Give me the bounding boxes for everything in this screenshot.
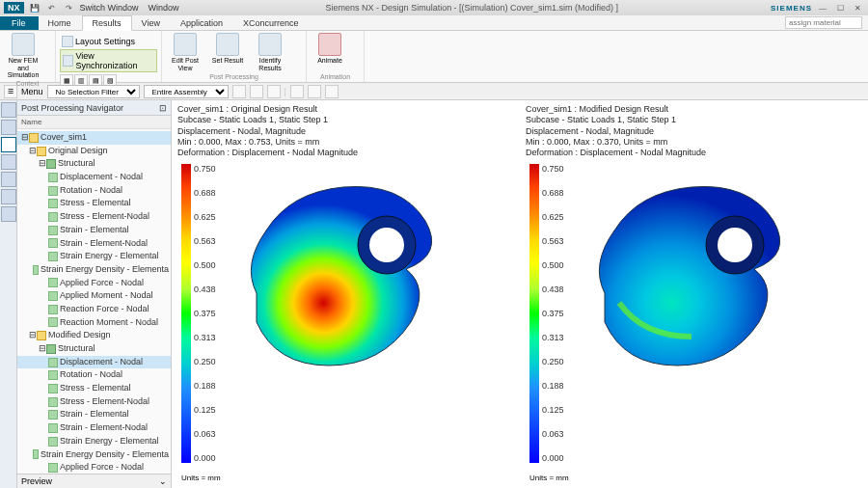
tree-result-item[interactable]: Strain Energy Density - Elementa (17, 263, 171, 277)
legend-tick: 0.625 (194, 212, 216, 222)
resource-sim-icon[interactable] (1, 120, 16, 135)
ribbon-identify-results[interactable]: Identify Results (251, 33, 289, 71)
tab-view[interactable]: View (132, 16, 171, 30)
resource-roles-icon[interactable] (1, 172, 16, 187)
resource-post-icon[interactable] (1, 137, 16, 152)
chevron-down-icon[interactable]: ⌄ (159, 476, 167, 486)
legend-bar-icon (529, 164, 539, 463)
legend-tick: 0.375 (542, 309, 564, 318)
tab-results[interactable]: Results (82, 15, 132, 31)
options-menu-label[interactable]: Menu (21, 87, 43, 96)
ribbon-new-fem[interactable]: New FEM and Simulation (4, 33, 42, 79)
layout-settings-icon (62, 36, 73, 47)
ribbon-view-sync[interactable]: View Synchronization (60, 49, 157, 72)
post-processing-navigator: Post Processing Navigator⊡ Name ⊟ Cover_… (17, 100, 172, 488)
tree-result-item[interactable]: Stress - Elemental (17, 197, 171, 210)
ribbon-edit-post-view[interactable]: Edit Post View (166, 33, 204, 71)
ribbon: New FEM and Simulation Context Layout Se… (0, 31, 868, 83)
opt-btn-5[interactable] (308, 85, 321, 98)
menu-icon[interactable]: ☰ (4, 85, 17, 98)
opt-btn-1[interactable] (232, 85, 246, 98)
tree-structural[interactable]: ⊟ Structural (17, 157, 171, 171)
ribbon-group-postprocessing: Post Processing (166, 73, 302, 80)
opt-btn-6[interactable] (325, 85, 339, 98)
new-fem-icon (12, 33, 35, 56)
tree-result-item[interactable]: Stress - Element-Nodal (17, 395, 171, 409)
minimize-button[interactable]: — (816, 2, 829, 14)
ribbon-group-animation: Animation (311, 73, 360, 80)
resource-hd3d-icon[interactable] (1, 189, 16, 204)
tree-result-item[interactable]: Strain - Elemental (17, 224, 171, 237)
tree-result-item[interactable]: Strain - Element-Nodal (17, 421, 171, 435)
tree-result-item[interactable]: Reaction Force - Nodal (17, 303, 171, 316)
result-icon (48, 238, 58, 248)
tree-result-item[interactable]: Strain Energy - Elemental (17, 250, 171, 263)
legend-tick: 0.188 (194, 381, 216, 391)
tab-home[interactable]: Home (39, 16, 82, 30)
tree-result-item[interactable]: Strain - Element-Nodal (17, 237, 171, 251)
tree-result-item[interactable]: Applied Force - Nodal (17, 461, 171, 474)
tree-structural[interactable]: ⊟ Structural (17, 342, 171, 356)
assembly-scope-dropdown[interactable]: Entire Assembly (144, 85, 229, 98)
result-icon (48, 226, 58, 235)
result-pane-modified[interactable]: Cover_sim1 : Modified Design Result Subc… (520, 100, 868, 488)
navigator-pin-icon[interactable]: ⊡ (159, 103, 167, 113)
tree-result-item[interactable]: Rotation - Nodal (17, 368, 171, 382)
tab-xconcurrence[interactable]: XConcurrence (233, 16, 310, 30)
qat-undo-icon[interactable]: ↶ (45, 2, 59, 14)
tree-root[interactable]: ⊟ Cover_sim1 (17, 131, 171, 145)
result-icon (48, 252, 58, 261)
tab-file[interactable]: File (0, 16, 39, 30)
opt-btn-2[interactable] (250, 85, 263, 98)
resource-nav-icon[interactable] (1, 102, 16, 118)
resource-bar (0, 100, 17, 488)
app-title: Siemens NX - Design Simulation (326, 3, 452, 13)
maximize-button[interactable]: ☐ (833, 2, 847, 14)
selection-filter-dropdown[interactable]: No Selection Filter (47, 85, 140, 98)
part-original[interactable] (237, 177, 449, 380)
tree-result-item[interactable]: Reaction Moment - Nodal (17, 316, 171, 330)
navigator-column-name[interactable]: Name (17, 116, 171, 129)
search-input[interactable] (785, 16, 862, 29)
siemens-logo: SIEMENS (771, 4, 812, 13)
tree-result-item[interactable]: Strain Energy Density - Elementa (17, 448, 171, 462)
window-menu[interactable]: Window (149, 3, 179, 13)
tree-result-item[interactable]: Rotation - Nodal (17, 184, 171, 198)
ribbon-set-result[interactable]: Set Result (208, 33, 247, 65)
color-legend-right: 0.7500.6880.6250.5630.5000.4380.3750.313… (529, 164, 572, 463)
qat-save-icon[interactable]: 💾 (28, 2, 41, 14)
close-button[interactable]: ✕ (851, 2, 864, 14)
resource-history-icon[interactable] (1, 154, 16, 170)
legend-tick: 0.563 (542, 236, 564, 246)
switch-window-menu[interactable]: Switch Window (80, 3, 139, 13)
legend-tick: 0.688 (194, 188, 216, 198)
resource-browser-icon[interactable] (1, 206, 16, 222)
tree-original-design[interactable]: ⊟ Original Design (17, 145, 171, 158)
result-pane-original[interactable]: Cover_sim1 : Original Design Result Subc… (172, 100, 520, 488)
tree-result-item[interactable]: Strain Energy - Elemental (17, 435, 171, 448)
part-modified[interactable] (585, 177, 798, 380)
navigator-tree[interactable]: ⊟ Cover_sim1 ⊟ Original Design ⊟ Structu… (17, 129, 171, 474)
navigator-preview-label[interactable]: Preview (21, 476, 52, 486)
legend-tick: 0.750 (194, 164, 216, 174)
tree-result-item[interactable]: Stress - Element-Nodal (17, 210, 171, 224)
opt-btn-4[interactable] (290, 85, 304, 98)
tree-result-item[interactable]: Displacement - Nodal (17, 171, 171, 184)
legend-tick: 0.750 (542, 164, 564, 174)
ribbon-animate[interactable]: Animate (311, 33, 349, 65)
tree-result-item[interactable]: Displacement - Nodal (17, 356, 171, 369)
ribbon-layout-settings[interactable]: Layout Settings (60, 35, 157, 48)
identify-results-icon (258, 33, 282, 56)
result-icon (48, 199, 58, 208)
qat-redo-icon[interactable]: ↷ (63, 2, 76, 14)
tab-application[interactable]: Application (171, 16, 233, 30)
results-viewport[interactable]: Cover_sim1 : Original Design Result Subc… (172, 100, 868, 488)
tree-result-item[interactable]: Stress - Elemental (17, 382, 171, 395)
opt-btn-3[interactable] (267, 85, 281, 98)
tree-result-item[interactable]: Strain - Elemental (17, 408, 171, 421)
legend-tick: 0.313 (542, 333, 564, 342)
legend-tick: 0.063 (194, 429, 216, 439)
tree-result-item[interactable]: Applied Force - Nodal (17, 277, 171, 290)
tree-result-item[interactable]: Applied Moment - Nodal (17, 289, 171, 303)
tree-modified-design[interactable]: ⊟ Modified Design (17, 329, 171, 342)
